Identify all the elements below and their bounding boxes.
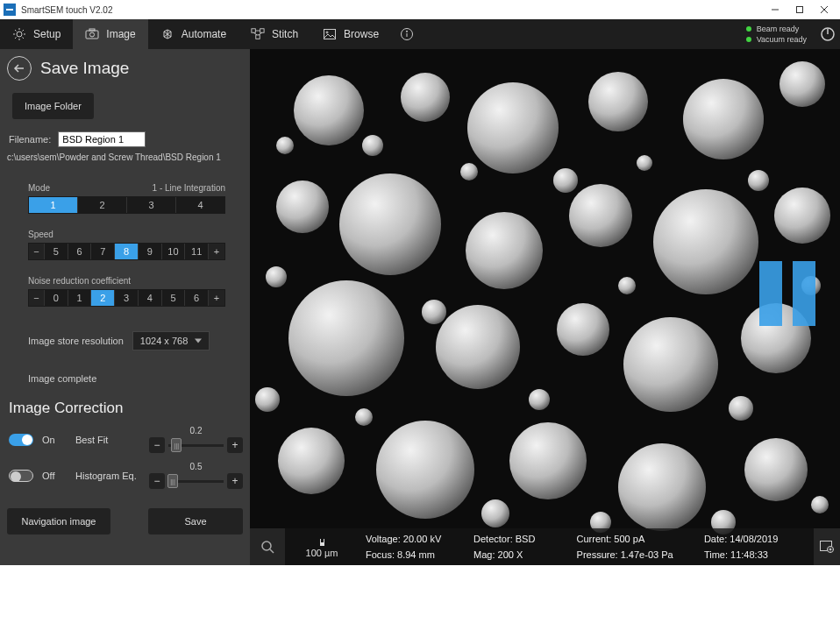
toolbar-stitch[interactable]: Stitch <box>238 19 310 49</box>
mode-current: 1 - Line Integration <box>153 183 225 193</box>
toolbar-setup[interactable]: Setup <box>0 19 73 49</box>
speed-seg-plus[interactable]: + <box>209 244 224 259</box>
titlebar: SmartSEM touch V2.02 <box>0 0 840 19</box>
svg-point-34 <box>339 173 441 275</box>
speed-seg-opt-11[interactable]: 11 <box>185 244 209 259</box>
resolution-value: 1024 x 768 <box>140 336 188 346</box>
scale-label: 100 µm <box>306 548 338 558</box>
status-indicators: Beam ready Vacuum ready <box>746 19 815 49</box>
svg-point-54 <box>276 137 294 154</box>
mode-seg-opt-4[interactable]: 4 <box>176 197 224 213</box>
speed-segmented[interactable]: −567891011+ <box>28 243 225 260</box>
svg-point-8 <box>90 32 95 37</box>
bestfit-name: Best Fit <box>75 435 140 445</box>
content-area: Save Image Image Folder Filename: c:\use… <box>0 49 840 565</box>
svg-point-65 <box>811 496 829 513</box>
histeq-slider[interactable]: ||| <box>168 480 224 483</box>
bestfit-minus[interactable]: − <box>149 437 165 453</box>
speed-seg-opt-8[interactable]: 8 <box>115 244 139 259</box>
speed-label: Speed <box>28 230 53 239</box>
noise-seg-opt-1[interactable]: 1 <box>68 290 92 306</box>
histeq-plus[interactable]: + <box>227 473 243 489</box>
noise-segmented[interactable]: −0123456+ <box>28 289 225 307</box>
image-viewer[interactable]: 100 µm Voltage: 20.00 kV Detector: BSD C… <box>250 49 840 565</box>
bestfit-value: 0.2 <box>190 426 203 435</box>
noise-seg-opt-4[interactable]: 4 <box>139 290 162 306</box>
svg-point-44 <box>278 428 345 494</box>
bestfit-slider[interactable]: ||| <box>168 444 224 447</box>
noise-seg-opt-6[interactable]: 6 <box>185 290 209 306</box>
svg-point-71 <box>829 549 831 550</box>
close-button[interactable] <box>812 0 836 19</box>
maximize-button[interactable] <box>787 0 812 19</box>
svg-point-58 <box>729 396 753 421</box>
toolbar-image[interactable]: Image <box>73 19 147 49</box>
svg-point-49 <box>362 135 383 156</box>
toolbar-automate[interactable]: Automate <box>148 19 238 49</box>
noise-seg-opt-2[interactable]: 2 <box>91 290 115 306</box>
bestfit-state: On <box>42 435 67 445</box>
noise-seg-opt-5[interactable]: 5 <box>162 290 186 306</box>
noise-seg-opt-0[interactable]: 0 <box>45 290 68 306</box>
svg-point-35 <box>466 212 543 289</box>
svg-point-38 <box>774 188 830 244</box>
mode-seg-opt-3[interactable]: 3 <box>127 197 176 213</box>
navigation-image-button[interactable]: Navigation image <box>7 508 110 534</box>
svg-point-41 <box>557 303 609 356</box>
svg-point-53 <box>748 170 769 191</box>
resolution-select[interactable]: 1024 x 768 <box>132 331 210 350</box>
svg-point-48 <box>744 438 808 501</box>
back-button[interactable] <box>7 56 32 81</box>
svg-point-33 <box>276 181 329 233</box>
mode-seg-opt-1[interactable]: 1 <box>29 197 78 213</box>
histeq-minus[interactable]: − <box>149 473 165 489</box>
speed-seg-minus[interactable]: − <box>29 244 45 259</box>
filename-input[interactable] <box>58 131 146 147</box>
minimize-button[interactable] <box>763 0 787 19</box>
vacuum-status-dot <box>746 37 751 42</box>
toolbar-browse[interactable]: Browse <box>310 19 391 49</box>
speed-seg-opt-10[interactable]: 10 <box>162 244 186 259</box>
svg-rect-3 <box>797 7 803 13</box>
bestfit-toggle[interactable] <box>9 434 33 446</box>
pause-overlay-icon[interactable] <box>759 261 815 326</box>
beam-status-dot <box>746 26 751 32</box>
histeq-state: Off <box>42 471 67 481</box>
svg-point-66 <box>255 387 280 412</box>
save-button[interactable]: Save <box>148 508 243 534</box>
svg-rect-14 <box>260 29 264 32</box>
info-date: Date: 14/08/2019 <box>704 531 807 547</box>
histeq-toggle[interactable] <box>9 470 33 482</box>
speed-seg-opt-6[interactable]: 6 <box>68 244 92 259</box>
toolbar-stitch-label: Stitch <box>272 28 298 40</box>
svg-point-36 <box>569 184 632 247</box>
noise-seg-plus[interactable]: + <box>209 290 224 306</box>
noise-seg-opt-3[interactable]: 3 <box>115 290 139 306</box>
panel-title: Save Image <box>40 59 129 78</box>
stitch-icon <box>251 27 265 41</box>
info-pressure: Pressure: 1.47e-03 Pa <box>577 547 699 563</box>
mode-segmented[interactable]: 1234 <box>28 196 225 214</box>
automate-icon <box>160 27 174 41</box>
save-path: c:\users\sem\Powder and Screw Thread\BSD… <box>7 152 243 162</box>
speed-seg-opt-7[interactable]: 7 <box>91 244 115 259</box>
image-complete-status: Image complete <box>7 373 243 384</box>
speed-seg-opt-9[interactable]: 9 <box>139 244 162 259</box>
noise-seg-minus[interactable]: − <box>29 290 45 306</box>
scale-bar: 100 µm <box>285 528 359 565</box>
speed-seg-opt-5[interactable]: 5 <box>45 244 68 259</box>
beam-status-label: Beam ready <box>757 25 800 33</box>
image-folder-button[interactable]: Image Folder <box>12 93 94 119</box>
bestfit-plus[interactable]: + <box>227 437 243 453</box>
save-image-panel: Save Image Image Folder Filename: c:\use… <box>0 49 250 565</box>
toolbar-info[interactable] <box>391 19 423 49</box>
power-button[interactable] <box>815 19 840 49</box>
mode-seg-opt-2[interactable]: 2 <box>78 197 127 213</box>
viewer-settings-button[interactable] <box>814 528 840 565</box>
svg-point-60 <box>266 266 287 287</box>
toolbar-image-label: Image <box>106 28 135 40</box>
histeq-value: 0.5 <box>190 462 203 471</box>
magnifier-button[interactable] <box>250 528 285 565</box>
svg-point-57 <box>618 277 636 294</box>
sem-image <box>250 49 840 565</box>
